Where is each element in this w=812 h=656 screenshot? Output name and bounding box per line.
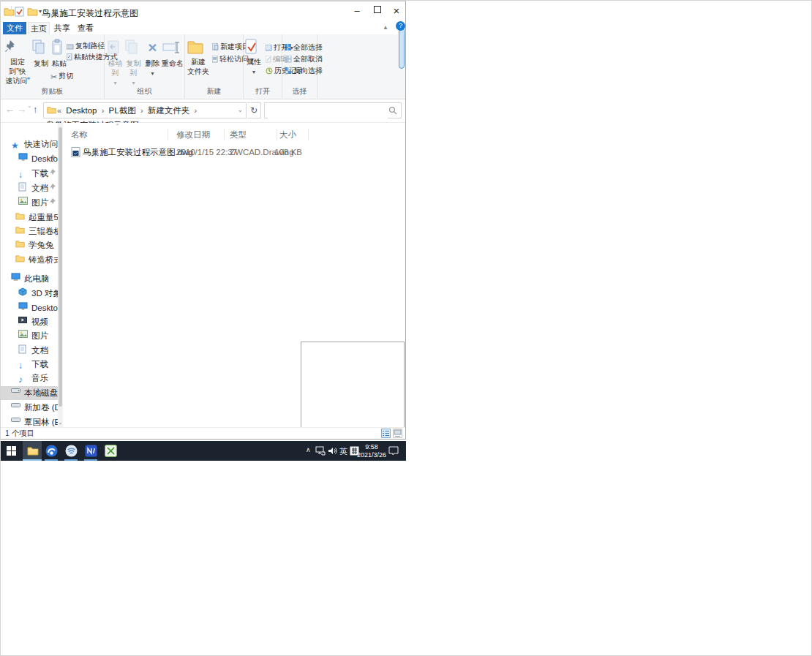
pin-icon xyxy=(50,154,56,160)
large-icons-view-button[interactable] xyxy=(393,429,402,438)
address-bar[interactable]: « Desktop › PL截图 › 新建文件夹 › 鸟巢施工安装过程示意图 ⌄ xyxy=(43,102,247,118)
taskbar-browser-button[interactable] xyxy=(43,441,59,461)
sidebar-item-folder-2[interactable]: 三辊卷板机全剖 xyxy=(15,225,59,238)
column-divider[interactable] xyxy=(224,129,225,140)
sidebar-item-desktop[interactable]: Desktop xyxy=(18,301,59,314)
delete-button[interactable]: × 删除▾ xyxy=(143,37,162,78)
folder-icon xyxy=(15,239,26,249)
breadcrumb-newfolder[interactable]: 新建文件夹 xyxy=(146,103,192,118)
empty-tooltip-box xyxy=(301,342,405,434)
sidebar-item-documents[interactable]: 文档 xyxy=(18,344,59,357)
sidebar-item-drive-d[interactable]: 新加卷 (D:) xyxy=(11,401,59,414)
video-icon xyxy=(18,316,29,326)
sidebar-item-folder-4[interactable]: 铸造桥式起重机 xyxy=(15,253,59,266)
easy-access-icon xyxy=(212,56,218,63)
cut-button[interactable]: ✂剪切 xyxy=(50,71,73,82)
sidebar-item-quick-access[interactable]: ★快速访问 xyxy=(11,137,58,151)
tab-share[interactable]: 共享 xyxy=(51,22,73,34)
taskbar: ∧ 英 9:58 2021/3/26 xyxy=(1,441,406,461)
copy-path-button[interactable]: 复制路径 xyxy=(67,41,105,50)
taskbar-app-green-button[interactable] xyxy=(102,441,119,461)
file-row[interactable]: 鸟巢施工安装过程示意图.dwg 2010/1/15 22:37 ZWCAD.Dr… xyxy=(67,146,308,159)
tab-view[interactable]: 查看 xyxy=(75,22,97,34)
up-button[interactable]: ↑ xyxy=(33,104,38,115)
pin-icon xyxy=(50,198,56,204)
copy-button[interactable]: 复制 xyxy=(31,37,50,68)
address-dropdown-icon[interactable]: ⌄ xyxy=(237,106,243,113)
sidebar-item-3d-objects[interactable]: 3D 对象 xyxy=(18,287,59,300)
column-header-date[interactable]: 修改日期 xyxy=(176,129,210,141)
column-header-name[interactable]: 名称 xyxy=(71,129,88,141)
sidebar-item-this-pc[interactable]: 此电脑 xyxy=(11,272,50,285)
sidebar-item-documents-pinned[interactable]: 文档 xyxy=(18,181,62,195)
input-language-indicator[interactable]: 英 xyxy=(339,446,347,457)
sidebar-item-music[interactable]: ♪音乐 xyxy=(18,372,59,385)
properties-button[interactable]: 属性▾ xyxy=(244,37,263,77)
recent-locations-dropdown[interactable]: ⌄ xyxy=(27,102,32,109)
minimize-button[interactable]: – xyxy=(346,1,368,20)
select-all-button[interactable]: 全部选择 xyxy=(285,42,323,52)
breadcrumb-desktop[interactable]: Desktop xyxy=(64,103,99,118)
start-button[interactable] xyxy=(1,441,21,461)
column-divider[interactable] xyxy=(308,129,309,140)
paste-button[interactable]: 粘贴 xyxy=(50,37,68,68)
windows-logo-icon xyxy=(7,446,16,456)
scroll-down-icon[interactable]: ⌄ xyxy=(58,420,63,426)
sidebar-scrollbar[interactable]: ⌄ xyxy=(58,123,63,427)
sidebar-item-downloads[interactable]: ↓下载 xyxy=(18,358,59,371)
search-input[interactable] xyxy=(268,104,388,118)
ribbon-group-select: 全部选择 全部取消 反向选择 选择 xyxy=(282,34,317,99)
sidebar-item-downloads-pinned[interactable]: ↓下载 xyxy=(18,167,62,180)
sidebar-item-pictures-pinned[interactable]: 图片 xyxy=(18,196,62,209)
sidebar-item-folder-1[interactable]: 起重量5吨起升高 xyxy=(15,211,59,224)
tab-file[interactable]: 文件 xyxy=(3,22,26,34)
speaker-icon[interactable] xyxy=(328,446,337,456)
collapse-ribbon-icon[interactable]: ▲ xyxy=(383,24,388,31)
column-divider[interactable] xyxy=(168,129,168,140)
qat-properties-icon[interactable] xyxy=(15,7,26,17)
deselect-all-button[interactable]: 全部取消 xyxy=(285,54,323,64)
window-title: 鸟巢施工安装过程示意图 xyxy=(42,7,138,20)
close-button[interactable]: × xyxy=(386,1,407,20)
ribbon-group-organize: 移动到▾ 复制到▾ × 删除▾ 重命名 xyxy=(105,34,185,99)
pin-icon xyxy=(50,169,56,175)
sidebar-item-videos[interactable]: 视频 xyxy=(18,315,59,328)
column-header-size[interactable]: 大小 xyxy=(279,129,296,141)
sidebar-item-desktop-pinned[interactable]: Desktop xyxy=(18,152,62,165)
move-to-button[interactable]: 移动到▾ xyxy=(106,37,124,88)
back-button[interactable]: ← xyxy=(5,104,15,115)
picture-icon xyxy=(18,330,29,340)
new-folder-button[interactable]: 新建 文件夹 xyxy=(187,37,210,76)
help-button[interactable]: ? xyxy=(396,21,405,31)
new-folder-label-line1: 新建 xyxy=(191,58,206,66)
new-folder-label-line2: 文件夹 xyxy=(187,67,209,75)
sidebar-item-folder-3[interactable]: 学兔兔 xyxy=(15,238,59,252)
taskbar-app-blue-button[interactable] xyxy=(83,441,99,461)
sidebar-item-pictures[interactable]: 图片 xyxy=(18,329,59,342)
action-center-icon[interactable] xyxy=(388,446,399,456)
pin-to-quick-access-button[interactable]: 固定到"快 速访问" xyxy=(3,37,32,86)
copy-to-button[interactable]: 复制到▾ xyxy=(124,37,143,88)
column-divider[interactable] xyxy=(277,129,277,140)
search-box[interactable] xyxy=(264,102,402,118)
refresh-button[interactable]: ↻ xyxy=(247,102,261,118)
qat-new-folder-icon[interactable] xyxy=(27,7,38,17)
taskbar-app-wifi-button[interactable] xyxy=(63,441,79,461)
rename-button[interactable]: 重命名 xyxy=(162,37,184,68)
forward-button[interactable]: → xyxy=(17,104,26,115)
taskbar-explorer-button[interactable] xyxy=(23,441,42,461)
ribbon-group-clipboard: 固定到"快 速访问" 复制 粘贴 复制路径 xyxy=(1,34,105,99)
new-group-label: 新建 xyxy=(185,86,243,97)
sidebar-scrollbar-thumb[interactable] xyxy=(59,127,62,407)
taskbar-clock[interactable]: 9:58 2021/3/26 xyxy=(357,443,386,459)
sidebar-item-drive-c[interactable]: 本地磁盘 (C:) xyxy=(11,386,59,399)
tab-home[interactable]: 主页 xyxy=(28,22,50,34)
invert-selection-label: 反向选择 xyxy=(293,67,323,75)
tray-expand-icon[interactable]: ∧ xyxy=(306,446,311,453)
details-view-button[interactable] xyxy=(381,429,391,438)
column-header-type[interactable]: 类型 xyxy=(230,129,247,141)
scrollbar-thumb[interactable] xyxy=(399,28,405,69)
invert-selection-button[interactable]: 反向选择 xyxy=(285,66,323,75)
breadcrumb-pl[interactable]: PL截图 xyxy=(107,103,138,118)
network-icon[interactable] xyxy=(315,446,326,456)
